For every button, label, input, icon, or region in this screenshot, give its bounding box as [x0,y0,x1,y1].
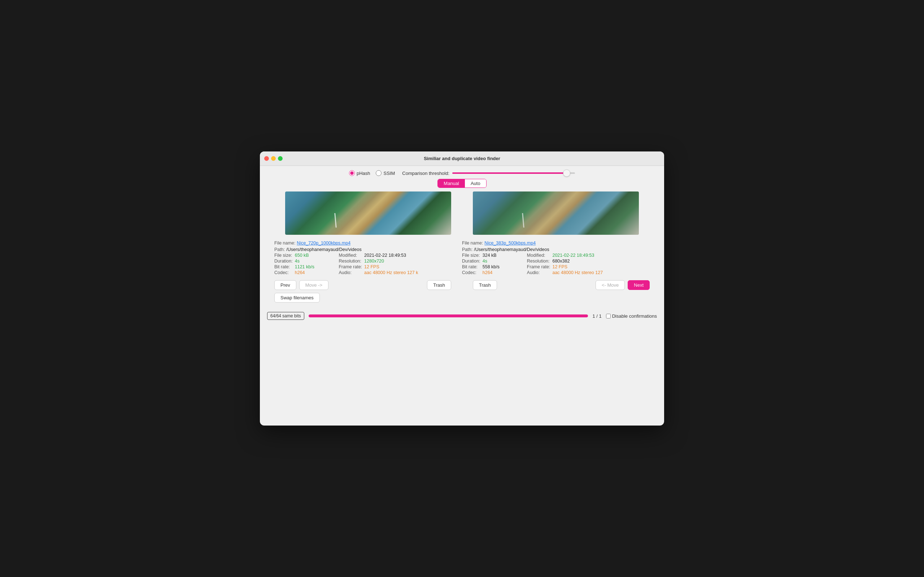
left-video-frame [285,192,451,235]
val-bitrate-l: 1121 kb/s [295,264,314,269]
toolbar: pHash SSIM Comparison threshold: [260,166,664,179]
val-framerate-l: 12 FPS [364,264,418,269]
lbl-modified-l: Modified: [339,253,362,258]
val-framerate-r: 12 FPS [552,264,603,269]
move-right-button[interactable]: Move -> [299,280,328,290]
progress-bar-container [309,314,588,318]
mode-button-row: Manual Auto [260,179,664,188]
left-filename-value[interactable]: Nice_720p_1000kbps.mp4 [297,240,351,246]
ssim-radio[interactable] [376,170,381,176]
left-filename-row: File name: Nice_720p_1000kbps.mp4 [274,240,440,246]
lbl-codec-l: Codec: [274,270,293,275]
right-video-frame [473,192,639,235]
action-buttons-row: Prev Move -> Trash Trash <- Move Next [260,277,664,292]
bottom-bar: 64/64 same bits 1 / 1 Disable confirmati… [260,308,664,324]
val-audio-r: aac 48000 Hz stereo 127 [552,270,603,275]
trash-right-button[interactable]: Trash [473,280,497,290]
swap-row: Swap filenames [260,292,664,305]
right-action-buttons: Trash <- Move Next [473,280,650,290]
lbl-duration-r: Duration: [462,259,480,264]
main-window: Similiar and duplicate video finder pHas… [260,152,664,425]
lbl-bitrate-r: Bit rate: [462,264,480,269]
close-button[interactable] [264,156,269,161]
left-path-value: /Users/theophanemayaud/Dev/videos [286,247,361,252]
disable-confirmations-group: Disable confirmations [606,313,657,319]
threshold-slider[interactable] [452,172,575,174]
move-left-button[interactable]: <- Move [596,280,625,290]
lbl-audio-r: Audio: [527,270,551,275]
left-path-row: Path: /Users/theophanemayaud/Dev/videos [274,247,440,252]
lbl-audio-l: Audio: [339,270,362,275]
auto-mode-button[interactable]: Auto [465,179,486,187]
same-bits-badge: 64/64 same bits [267,312,304,320]
left-video-panel [285,192,451,235]
swap-filenames-button[interactable]: Swap filenames [274,293,320,303]
val-codec-r: h264 [483,270,499,275]
right-path-label: Path: [462,247,472,252]
lbl-filesize-l: File size: [274,253,293,258]
right-path-row: Path: /Users/theophanemayaud/Dev/videos [462,247,628,252]
video-thumbnails-row [260,192,664,235]
next-button[interactable]: Next [628,280,650,290]
prev-button[interactable]: Prev [274,280,296,290]
val-bitrate-r: 558 kb/s [483,264,499,269]
titlebar: Similiar and duplicate video finder [260,152,664,166]
disable-confirmations-checkbox[interactable] [606,314,611,318]
right-path-value: /Users/theophanemayaud/Dev/videos [474,247,549,252]
lbl-framerate-l: Frame rate: [339,264,362,269]
page-indicator: 1 / 1 [592,313,601,319]
trash-left-button[interactable]: Trash [427,280,451,290]
right-file-info: File name: Nice_383p_500kbps.mp4 Path: /… [462,240,628,275]
left-path-label: Path: [274,247,285,252]
val-duration-r: 4s [483,259,499,264]
progress-bar-fill [309,314,588,318]
algorithm-radio-group: pHash SSIM [349,170,395,176]
lbl-framerate-r: Frame rate: [527,264,551,269]
lbl-resolution-r: Resolution: [527,259,551,264]
val-modified-l: 2021-02-22 18:49:53 [364,253,418,258]
val-audio-l: aac 48000 Hz stereo 127 k [364,270,418,275]
left-video-thumbnail[interactable] [285,192,451,235]
right-filename-row: File name: Nice_383p_500kbps.mp4 [462,240,628,246]
val-codec-l: h264 [295,270,314,275]
right-filename-value[interactable]: Nice_383p_500kbps.mp4 [485,240,536,246]
mode-toggle: Manual Auto [438,179,486,188]
right-filename-label: File name: [462,240,483,246]
right-video-thumbnail[interactable] [473,192,639,235]
lbl-bitrate-l: Bit rate: [274,264,293,269]
left-action-buttons: Prev Move -> Trash [274,280,451,290]
phash-radio[interactable] [349,170,355,176]
right-detail-grid: File size: 324 kB Modified: 2021-02-22 1… [462,253,628,275]
right-video-panel [473,192,639,235]
window-title: Similiar and duplicate video finder [424,156,500,161]
lbl-duration-l: Duration: [274,259,293,264]
minimize-button[interactable] [271,156,276,161]
left-filename-label: File name: [274,240,295,246]
phash-label: pHash [357,171,370,176]
val-filesize-l: 650 kB [295,253,314,258]
threshold-group: Comparison threshold: [402,171,575,176]
file-info-section: File name: Nice_720p_1000kbps.mp4 Path: … [260,240,664,277]
manual-mode-button[interactable]: Manual [438,179,465,187]
lbl-codec-r: Codec: [462,270,480,275]
val-resolution-r: 680x382 [552,259,603,264]
threshold-label: Comparison threshold: [402,171,449,176]
val-modified-r: 2021-02-22 18:49:53 [552,253,603,258]
disable-confirmations-label: Disable confirmations [612,313,657,319]
lbl-modified-r: Modified: [527,253,551,258]
val-resolution-l: 1280x720 [364,259,418,264]
ssim-radio-item[interactable]: SSIM [376,170,395,176]
phash-radio-item[interactable]: pHash [349,170,370,176]
lbl-resolution-l: Resolution: [339,259,362,264]
val-filesize-r: 324 kB [483,253,499,258]
left-file-info: File name: Nice_720p_1000kbps.mp4 Path: … [274,240,440,275]
lbl-filesize-r: File size: [462,253,480,258]
val-duration-l: 4s [295,259,314,264]
maximize-button[interactable] [278,156,283,161]
ssim-label: SSIM [383,171,395,176]
traffic-lights [264,156,283,161]
left-detail-grid: File size: 650 kB Modified: 2021-02-22 1… [274,253,440,275]
